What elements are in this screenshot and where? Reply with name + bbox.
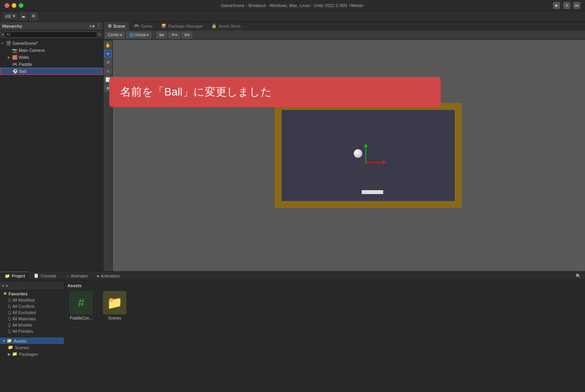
hierarchy-item-maincamera[interactable]: 📷 Main Camera (0, 47, 103, 54)
paddle-label: Paddle (19, 62, 32, 67)
project-sidebar: + ▾ ★ Favorites Q All Modified Q All Con… (0, 280, 64, 392)
assets-folder-label: Assets (14, 339, 27, 343)
hand-tool[interactable]: ✋ (104, 41, 112, 49)
scene-toolbar: Center ▾ 🌐 Global ▾ ⊞▾ 👁▾ ⚙▾ (103, 30, 585, 40)
sidebar-packages-folder[interactable]: ▶ 📁 Packages (0, 351, 64, 357)
search-icon: Q (8, 329, 11, 334)
search-icon: Q (8, 317, 11, 321)
global-label: Global (135, 33, 146, 37)
tab-animator[interactable]: → Animator (61, 272, 92, 280)
hierarchy-title: Hierarchy (2, 24, 22, 28)
all-conflicts-label: All Conflicts (12, 304, 35, 309)
traffic-lights (5, 3, 23, 8)
scale-tool[interactable]: ⤡ (104, 67, 112, 75)
all-materials-label: All Materials (12, 316, 36, 321)
folder-thumbnail: 📁 (103, 291, 126, 314)
paddle-object (362, 190, 383, 194)
hierarchy-filter-icon[interactable]: ☰ (98, 32, 101, 37)
grid-button[interactable]: ⊞▾ (156, 32, 167, 39)
center-button[interactable]: Center ▾ (105, 32, 125, 39)
ball-icon: ⚽ (12, 69, 18, 74)
search-icon: 🔍 (576, 274, 581, 278)
tab-game[interactable]: 🎮 Game (130, 22, 156, 30)
maximize-button[interactable] (19, 3, 23, 8)
project-tab-icon: 📁 (5, 274, 10, 279)
script-icon: # (78, 296, 85, 309)
bottom-section: 📁 Project 📋 Console → Animator ● Animati… (0, 271, 585, 392)
minimize-button[interactable] (12, 3, 16, 8)
project-add-button[interactable]: + (2, 283, 4, 289)
tab-package-manager[interactable]: 📦 Package Manager (157, 22, 207, 30)
step-button[interactable]: ⏭ (573, 2, 580, 9)
walls-icon: 🧱 (12, 55, 18, 60)
hierarchy-item-gamescene[interactable]: ▾ 🎬 GameScene* (0, 40, 103, 47)
game-frame (275, 103, 462, 208)
dropdown-icon: ▾ (120, 33, 122, 37)
folder-expand-icon: ▾ (3, 339, 5, 343)
sidebar-item-all-conflicts[interactable]: Q All Conflicts (0, 303, 64, 309)
sidebar-item-all-modified[interactable]: Q All Modified (0, 297, 64, 303)
tab-scene[interactable]: ⊞ Scene (104, 22, 129, 30)
sidebar-assets-folder[interactable]: ▾ 📁 Assets (0, 337, 64, 344)
favorites-section[interactable]: ★ Favorites (0, 290, 64, 297)
hierarchy-items: ▾ 🎬 GameScene* 📷 Main Camera ▶ 🧱 Walls (0, 39, 103, 271)
global-icon: 🌐 (129, 33, 134, 37)
folder-icon: 📁 (12, 351, 18, 357)
rotate-tool[interactable]: ↺ (104, 58, 112, 66)
hierarchy-item-walls[interactable]: ▶ 🧱 Walls (0, 54, 103, 61)
project-content: + ▾ ★ Favorites Q All Modified Q All Con… (0, 280, 585, 392)
asset-item-paddlecon[interactable]: # PaddleCon... (67, 291, 95, 320)
toolbar-separator (154, 32, 154, 38)
scenes-label: Scenes (108, 316, 121, 320)
tab-project[interactable]: 📁 Project (1, 272, 29, 280)
project-sidebar-toolbar: + ▾ (0, 282, 64, 290)
sidebar-item-all-models[interactable]: Q All Models (0, 322, 64, 328)
pause-button[interactable]: ⏸ (563, 2, 570, 9)
animation-tab-label: Animation (101, 274, 120, 278)
project-dropdown-icon[interactable]: ▾ (6, 284, 8, 288)
hierarchy-search-input[interactable] (4, 32, 97, 38)
top-section: Hierarchy +▾ ⋮ ▾ ☰ ▾ 🎬 GameScene* (0, 22, 585, 271)
move-tool[interactable]: ✛ (104, 50, 112, 58)
asset-store-tab-label: Asset Store (218, 24, 241, 28)
play-button[interactable]: ▶ (553, 2, 560, 9)
search-icon: Q (8, 311, 11, 315)
sidebar-item-all-excluded[interactable]: Q All Excluded (0, 309, 64, 316)
animation-tab-icon: ● (97, 274, 99, 278)
tab-console[interactable]: 📋 Console (30, 272, 60, 280)
settings-button[interactable]: ⚙ (29, 12, 38, 21)
visibility-button[interactable]: 👁▾ (168, 32, 180, 39)
account-menu[interactable]: KK ▾ (3, 13, 18, 19)
global-button[interactable]: 🌐 Global ▾ (126, 32, 151, 39)
cloud-button[interactable]: ☁ (19, 12, 28, 21)
camera-icon: 📷 (12, 48, 18, 53)
gamescene-label: GameScene* (12, 41, 38, 46)
all-prefabs-label: All Prefabs (12, 329, 33, 334)
tab-asset-store[interactable]: 🔒 Asset Store (207, 22, 245, 30)
hierarchy-options-icon[interactable]: ⋮ (96, 23, 101, 29)
search-icon: Q (8, 323, 11, 327)
maincamera-label: Main Camera (19, 48, 44, 53)
assets-breadcrumb: Assets (67, 283, 582, 288)
sidebar-item-all-prefabs[interactable]: Q All Prefabs (0, 328, 64, 334)
hierarchy-header: Hierarchy +▾ ⋮ (0, 22, 103, 30)
hierarchy-add-button[interactable]: +▾ (89, 23, 95, 29)
gizmos-button[interactable]: ⚙▾ (181, 32, 192, 39)
project-tab-label: Project (12, 274, 25, 278)
tab-animation[interactable]: ● Animation (93, 272, 124, 280)
annotation-overlay: 名前を「Ball」に変更しました (109, 77, 441, 107)
annotation-text: 名前を「Ball」に変更しました (120, 86, 272, 98)
playback-controls: ▶ ⏸ ⏭ (553, 2, 580, 9)
scene-tab-icon: ⊞ (108, 23, 112, 28)
sidebar-scenes-folder[interactable]: 📁 Scenes (0, 344, 64, 351)
hierarchy-item-paddle[interactable]: 🎮 Paddle (0, 61, 103, 68)
all-excluded-label: All Excluded (12, 310, 36, 315)
walls-label: Walls (19, 55, 29, 60)
center-label: Center (108, 33, 119, 37)
folder-icon: 📁 (107, 295, 122, 310)
asset-item-scenes[interactable]: 📁 Scenes (101, 291, 128, 320)
close-button[interactable] (5, 3, 9, 8)
sidebar-item-all-materials[interactable]: Q All Materials (0, 316, 64, 322)
hierarchy-item-ball[interactable]: ⚽ Ball (0, 68, 103, 75)
console-tab-icon: 📋 (34, 273, 39, 278)
